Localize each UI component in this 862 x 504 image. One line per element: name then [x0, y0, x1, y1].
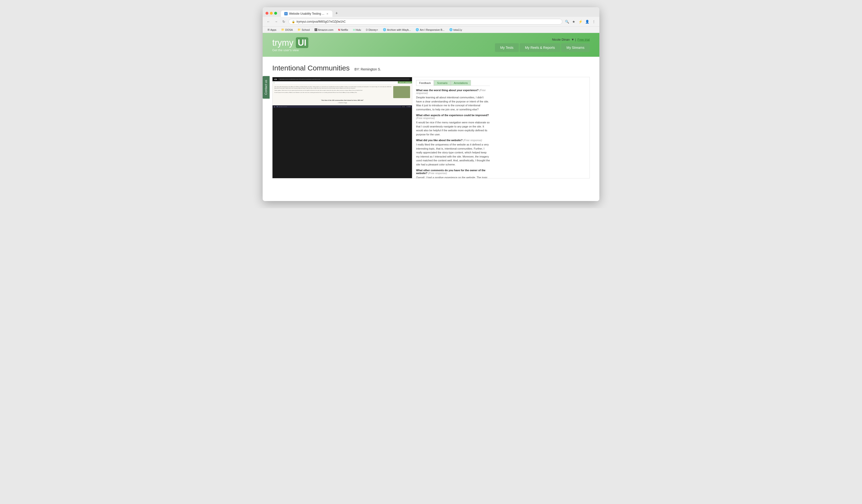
maximize-window-button[interactable] [274, 12, 277, 15]
my-tests-nav-button[interactable]: My Tests [495, 43, 519, 52]
bookmark-hulu-label: Hulu [356, 28, 361, 31]
bookmark-disney-label: Disney+ [368, 28, 378, 31]
taskbar-right-icons: ⬛ ⬛ 11:46 AM [402, 106, 410, 107]
minimize-window-button[interactable] [270, 12, 273, 15]
tab-close-button[interactable]: ✕ [326, 12, 329, 15]
close-window-button[interactable] [265, 12, 269, 15]
inner-page: Task 2 of 8 ▶ (Expand) ⬡ ☰ [273, 81, 412, 108]
bookmarks-bar: ⊞ Apps 📁 DOSA 📁 School 🅰 Amazon.com N Ne… [263, 27, 599, 33]
page-title-row: Intentional Communities BY: Remington S. [272, 64, 590, 72]
feedback-tab-button[interactable]: Feedback [416, 80, 434, 85]
bookmark-netflix-label: Netflix [341, 28, 348, 31]
bookmark-star-icon[interactable]: ★ [571, 19, 576, 24]
bookmark-apps[interactable]: ⊞ Apps [265, 28, 278, 32]
free-trial-link[interactable]: Free trial [577, 38, 590, 41]
inner-back-icon: ◀ [274, 78, 275, 80]
refresh-button[interactable]: ↻ [281, 19, 287, 25]
main-body: Contact us Intentional Communities BY: R… [263, 57, 599, 201]
back-button[interactable]: ← [265, 19, 271, 25]
profile-icon[interactable]: 👤 [585, 19, 590, 24]
folder-icon-2: 📁 [298, 28, 301, 31]
answer-2: It would be nice if the menu navigation … [416, 120, 490, 136]
site-logo[interactable]: trymy UI [272, 38, 308, 48]
new-tab-button[interactable]: + [333, 10, 340, 17]
browser-titlebar: T Website Usability Testing ... ✕ + [263, 7, 599, 17]
annotations-tab-button[interactable]: Annotations [451, 80, 471, 85]
video-container: ◀ ▶ capcreative.suvcon.com/v44441/dah-ma… [273, 77, 412, 178]
quote-section: "Out that of the 100 communities that in… [274, 98, 410, 103]
logo-area: trymy UI Get the user's view [272, 38, 308, 52]
forward-button[interactable]: → [273, 19, 279, 25]
menu-icon[interactable]: ⋮ [591, 19, 597, 24]
byline: BY: Remington S. [354, 67, 381, 71]
bookmark-dosa[interactable]: 📁 DOSA [279, 28, 295, 32]
bookmark-responsive[interactable]: 🌐 Am I Responsive B... [414, 28, 446, 32]
inner-paragraph-1: Like many millennial beginnings, Ross Ma… [274, 86, 410, 89]
browser-window: T Website Usability Testing ... ✕ + ← → … [263, 7, 599, 201]
tab-bar: T Website Usability Testing ... ✕ + [281, 10, 340, 17]
address-bar[interactable]: 🔒 trymyui.com/pva/lM8SgG7eOZj0w1hC [289, 19, 562, 25]
inner-forward-icon: ▶ [276, 78, 277, 80]
windows-start-icon[interactable]: ⊞ [274, 106, 275, 107]
inner-nav-buttons: ◀ ▶ [274, 78, 277, 80]
toolbar-icons: 🔍 ★ ⚡ 👤 ⋮ [564, 19, 597, 24]
bookmark-netflix[interactable]: N Netflix [336, 28, 350, 32]
bookmark-school[interactable]: 📁 School [296, 28, 312, 32]
question-4: What other comments do you have for the … [416, 169, 490, 175]
tab-title: Website Usability Testing ... [289, 12, 324, 15]
inner-quote-attribution: – Charlene Snggs [274, 102, 410, 103]
ssl-lock-icon: 🔒 [292, 20, 295, 23]
bookmark-archive[interactable]: 🌐 Archive with Wayb... [381, 28, 413, 32]
bookmark-amazon[interactable]: 🅰 Amazon.com [313, 28, 335, 32]
search-icon[interactable]: 🔍 [564, 19, 570, 24]
bookmark-hulu[interactable]: H Hulu [351, 28, 363, 32]
inner-paragraph-3: It took 12 years for the members of Blac… [274, 92, 410, 93]
inner-paragraph-2: Sasha explains, "At the heart of it is t… [274, 90, 410, 91]
logo-ui: UI [296, 37, 308, 48]
question-4-text: What other comments do you have for the … [416, 169, 485, 175]
taskbar-icons-area: ⬛ ⬛ [402, 106, 405, 107]
bookmark-amazon-label: Amazon.com [318, 28, 334, 31]
answer-4: Overall, I had a positive experience on … [416, 175, 490, 178]
bookmark-tota11y-label: tota11y [453, 28, 462, 31]
site-header: trymy UI Get the user's view Nicole Dina… [263, 33, 599, 57]
header-right: Nicole Dinan ▼ | Free trial My Tests My … [495, 38, 590, 52]
url-display: trymyui.com/pva/lM8SgG7eOZj0w1hC [297, 20, 345, 23]
hulu-icon: H [353, 28, 355, 31]
traffic-lights [265, 12, 277, 15]
logo-my: my [282, 38, 293, 48]
taskbar-search-area[interactable]: 🔍 Type here to search [276, 106, 401, 107]
question-2: What other aspects of the experience cou… [416, 114, 490, 120]
responsive-icon: 🌐 [416, 28, 419, 31]
logo-try: try [272, 38, 282, 48]
user-info: Nicole Dinan ▼ | Free trial [552, 38, 590, 41]
inner-farm-image [393, 86, 410, 98]
task-overlay: Task 2 of 8 ▶ (Expand) [398, 81, 412, 83]
tota11y-icon: 🌐 [449, 28, 453, 31]
bookmark-tota11y[interactable]: 🌐 tota11y [447, 28, 464, 32]
expand-icon: ▶ (Expand) [405, 82, 410, 83]
browser-toolbar: ← → ↻ 🔒 trymyui.com/pva/lM8SgG7eOZj0w1hC… [263, 17, 599, 27]
inner-page-content: Like many millennial beginnings, Ross Ma… [273, 84, 412, 105]
extensions-icon[interactable]: ⚡ [578, 19, 583, 24]
task-label: Task 2 of 8 [399, 82, 404, 83]
inner-quote-text: "Out that of the 100 communities that in… [274, 98, 410, 102]
disney-icon: D [366, 28, 368, 31]
answer-1: Despite learning all about intentional c… [416, 95, 490, 111]
scenario-tab-button[interactable]: Scenario [434, 80, 450, 85]
contact-us-sidebar[interactable]: Contact us [263, 76, 270, 98]
bookmark-disney[interactable]: D Disney+ [364, 28, 380, 32]
active-tab[interactable]: T Website Usability Testing ... ✕ [281, 11, 332, 17]
video-panel: ◀ ▶ capcreative.suvcon.com/v44441/dah-ma… [272, 77, 590, 178]
my-streams-nav-button[interactable]: My Streams [561, 43, 590, 52]
logo-tagline: Get the user's view [272, 48, 308, 52]
feedback-panel: Feedback Scenario Annotations What was t… [412, 77, 494, 178]
taskbar-time: 11:46 AM [406, 106, 410, 107]
byline-author: Remington S. [361, 67, 381, 71]
user-name: Nicole Dinan [552, 38, 570, 41]
my-reels-nav-button[interactable]: My Reels & Reports [520, 43, 560, 52]
folder-icon: 📁 [281, 28, 285, 31]
question-1-text: What was the worst thing about your expe… [416, 89, 479, 92]
archive-icon: 🌐 [383, 28, 386, 31]
taskbar-left-icons: ⊞ [274, 106, 275, 107]
